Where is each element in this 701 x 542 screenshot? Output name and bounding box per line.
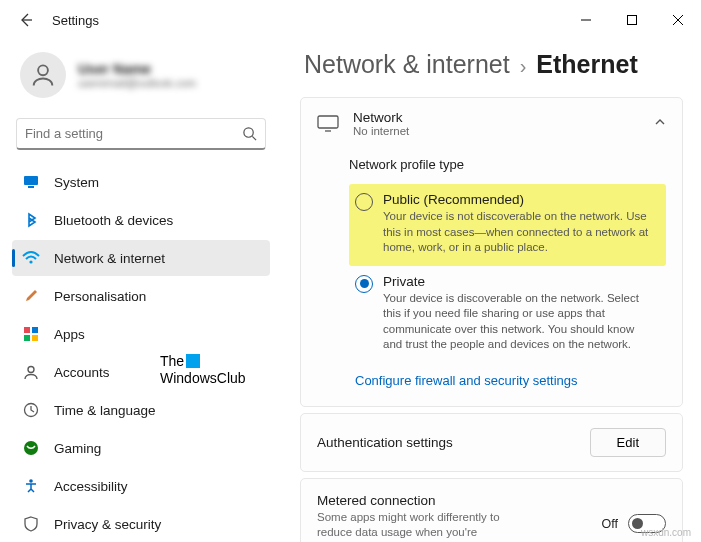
gaming-icon [22,439,40,457]
svg-rect-7 [24,176,38,185]
nav-personalisation[interactable]: Personalisation [12,278,270,314]
brush-icon [22,287,40,305]
auth-title: Authentication settings [317,435,590,450]
network-title: Network [353,110,409,125]
profile-type-label: Network profile type [349,157,666,172]
network-card-header[interactable]: Network No internet [301,98,682,149]
avatar [20,52,66,98]
nav-label: Gaming [54,441,101,456]
svg-rect-8 [28,186,34,188]
nav-network[interactable]: Network & internet [12,240,270,276]
toggle-state-label: Off [602,517,618,531]
svg-rect-13 [32,335,38,341]
bluetooth-icon [22,211,40,229]
nav-gaming[interactable]: Gaming [12,430,270,466]
metered-title: Metered connection [317,493,602,508]
minimize-icon [581,15,591,25]
nav-label: Network & internet [54,251,165,266]
radio-public[interactable]: Public (Recommended) Your device is not … [349,184,666,266]
nav-accounts[interactable]: Accounts [12,354,270,390]
radio-private-title: Private [383,274,656,289]
svg-rect-18 [318,116,338,128]
main-content: Network & internet › Ethernet Network No… [282,40,701,542]
breadcrumb-parent[interactable]: Network & internet [304,50,510,79]
radio-icon [355,193,373,211]
metered-row: Metered connection Some apps might work … [301,479,682,542]
nav-label: System [54,175,99,190]
nav-label: Privacy & security [54,517,161,532]
accounts-icon [22,363,40,381]
radio-private-desc: Your device is discoverable on the netwo… [383,291,656,353]
svg-rect-1 [628,16,637,25]
edit-button[interactable]: Edit [590,428,666,457]
search-input[interactable] [25,126,242,141]
network-card: Network No internet Network profile type… [300,97,683,407]
profile-block[interactable]: User Name useremail@outlook.com [12,48,270,112]
nav-system[interactable]: System [12,164,270,200]
monitor-icon [317,115,339,133]
radio-selected-icon [355,275,373,293]
firewall-link[interactable]: Configure firewall and security settings [355,373,578,388]
clock-globe-icon [22,401,40,419]
profile-text: User Name useremail@outlook.com [78,61,196,89]
close-button[interactable] [655,4,701,36]
svg-rect-11 [32,327,38,333]
person-icon [29,61,57,89]
svg-point-17 [29,479,33,483]
metered-card: Metered connection Some apps might work … [300,478,683,542]
svg-point-14 [28,367,34,373]
svg-rect-10 [24,327,30,333]
window-title: Settings [52,13,99,28]
svg-rect-12 [24,335,30,341]
auth-card: Authentication settings Edit [300,413,683,472]
svg-point-4 [38,65,48,75]
breadcrumb: Network & internet › Ethernet [304,50,683,79]
radio-public-desc: Your device is not discoverable on the n… [383,209,656,256]
nav-accessibility[interactable]: Accessibility [12,468,270,504]
page-title: Ethernet [536,50,637,79]
titlebar: Settings [0,0,701,40]
nav-privacy[interactable]: Privacy & security [12,506,270,542]
nav-label: Bluetooth & devices [54,213,173,228]
svg-point-9 [29,260,32,263]
apps-icon [22,325,40,343]
nav-time-language[interactable]: Time & language [12,392,270,428]
window-controls [563,4,701,36]
profile-name: User Name [78,61,196,77]
search-icon [242,126,257,141]
close-icon [673,15,683,25]
chevron-right-icon: › [520,55,527,78]
nav-label: Apps [54,327,85,342]
accessibility-icon [22,477,40,495]
shield-icon [22,515,40,533]
nav-label: Time & language [54,403,156,418]
profile-email: useremail@outlook.com [78,77,196,89]
wifi-icon [22,249,40,267]
nav-label: Accounts [54,365,110,380]
nav-label: Personalisation [54,289,146,304]
chevron-up-icon [654,116,666,131]
radio-private[interactable]: Private Your device is discoverable on t… [349,266,666,363]
nav-bluetooth[interactable]: Bluetooth & devices [12,202,270,238]
nav-list: System Bluetooth & devices Network & int… [12,164,270,542]
back-button[interactable] [6,0,46,40]
auth-row: Authentication settings Edit [301,414,682,471]
nav-label: Accessibility [54,479,128,494]
search-box[interactable] [16,118,266,150]
maximize-icon [627,15,637,25]
network-subtitle: No internet [353,125,409,137]
minimize-button[interactable] [563,4,609,36]
sidebar: User Name useremail@outlook.com System B… [0,40,282,542]
maximize-button[interactable] [609,4,655,36]
arrow-left-icon [18,12,34,28]
metered-desc: Some apps might work differently to redu… [317,510,517,542]
svg-line-6 [252,136,256,140]
footer-credit: wsxdn.com [641,527,691,538]
nav-apps[interactable]: Apps [12,316,270,352]
system-icon [22,173,40,191]
radio-public-title: Public (Recommended) [383,192,656,207]
svg-point-5 [244,128,253,137]
